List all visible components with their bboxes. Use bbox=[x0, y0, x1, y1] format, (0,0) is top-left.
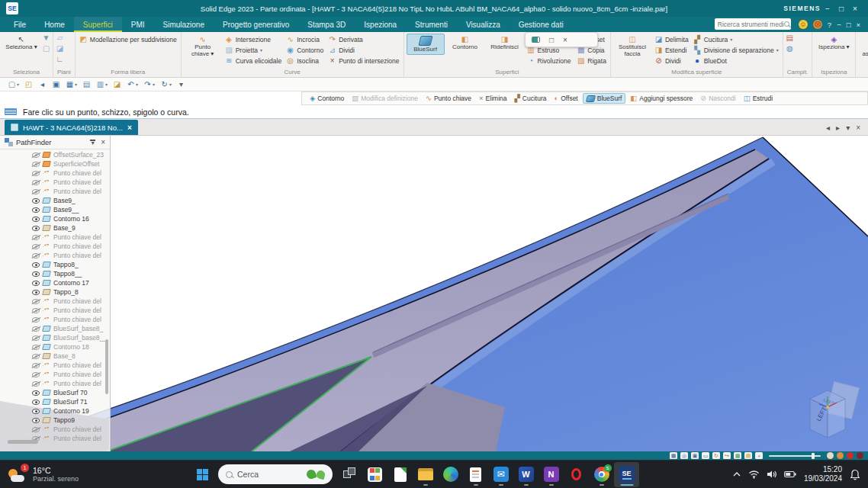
exit-button[interactable]: ◪ bbox=[113, 81, 121, 88]
tree-item-tappo-8-15[interactable]: Tappo_8 bbox=[0, 287, 110, 297]
record-indicator-icon[interactable] bbox=[532, 37, 540, 43]
restore-button[interactable]: □ bbox=[834, 5, 848, 13]
taskbar-app-onenote[interactable]: N bbox=[538, 462, 564, 487]
visibility-on-icon[interactable] bbox=[32, 390, 40, 396]
modellazione-per-suddivisione-button[interactable]: ◩Modellazione per suddivisione bbox=[78, 34, 178, 44]
menu-tab-progetto-generativo[interactable]: Progetto generativo bbox=[214, 17, 298, 32]
taskbar-app-store[interactable] bbox=[362, 462, 387, 487]
undo-button[interactable]: ↶▾ bbox=[127, 80, 138, 89]
tree-item-punto-chiave-del-9[interactable]: Punto chiave del bbox=[0, 233, 110, 242]
sostituisci-faccia-button[interactable]: ◫Sostituisci faccia bbox=[613, 34, 651, 59]
tree-item-contorno-16-7[interactable]: Contorno 16 bbox=[0, 214, 110, 223]
tree-item-contorno-19-28[interactable]: Contorno 19 bbox=[0, 406, 110, 416]
tree-item-punto-chiave-del-3[interactable]: Punto chiave del bbox=[0, 178, 110, 187]
aggiungi-spessore-command[interactable]: ◧Aggiungi spessore bbox=[627, 94, 696, 103]
tree-item-tappo8-13[interactable]: Tappo8__ bbox=[0, 269, 110, 278]
tree-item-punto-chiave-del-18[interactable]: Punto chiave del bbox=[0, 315, 110, 324]
visibility-off-icon[interactable] bbox=[32, 162, 40, 167]
tree-item-punto-chiave-del-25[interactable]: Punto chiave del bbox=[0, 379, 110, 388]
tree-item-offsetsurface-23-0[interactable]: OffsetSurface_23 bbox=[0, 150, 110, 159]
tree-item-punto-chiave-del-23[interactable]: Punto chiave del bbox=[0, 361, 110, 370]
tree-item-punto-chiave-del-16[interactable]: Punto chiave del bbox=[0, 297, 110, 306]
bluesurf-button[interactable]: BlueSurf bbox=[407, 34, 445, 55]
view-cube[interactable]: LEFT LEFT bbox=[810, 390, 845, 438]
taskbar-weather-widget[interactable]: 1 16°C Parzial. sereno bbox=[0, 466, 191, 483]
isoclina-button[interactable]: ◎Isoclina bbox=[285, 56, 325, 66]
new-document-button[interactable]: ▢▾ bbox=[8, 80, 19, 89]
menu-tab-gestione-dati[interactable]: Gestione dati bbox=[510, 17, 573, 32]
visibility-on-icon[interactable] bbox=[32, 400, 40, 405]
next-tab-button[interactable]: ▸ bbox=[836, 124, 840, 132]
visibility-off-icon[interactable] bbox=[32, 326, 40, 332]
tab-list-button[interactable]: ▾ bbox=[846, 124, 850, 132]
sheet-button[interactable]: ▤ bbox=[82, 81, 91, 88]
visibility-off-icon[interactable] bbox=[32, 381, 40, 387]
visibility-off-icon[interactable] bbox=[32, 354, 40, 359]
tree-item-tappo9-29[interactable]: Tappo9 bbox=[0, 416, 110, 425]
close-tab-button[interactable]: × bbox=[856, 124, 860, 132]
pathfinder-horizontal-scrollbar[interactable] bbox=[8, 440, 38, 444]
estendi-button[interactable]: ◨Estendi bbox=[653, 45, 690, 55]
taskbar-app-chrome[interactable]: S bbox=[589, 462, 614, 487]
start-button[interactable] bbox=[191, 463, 214, 486]
tree-item-punto-chiave-del-17[interactable]: Punto chiave del bbox=[0, 306, 110, 315]
restore-button[interactable]: □ bbox=[847, 21, 851, 29]
contorno-command[interactable]: ◈Contorno bbox=[307, 94, 347, 103]
estrudi-command[interactable]: ◫Estrudi bbox=[741, 94, 776, 103]
pathfinder-filter-icon[interactable]: ▼ bbox=[90, 140, 95, 146]
ispeziona-button[interactable]: ◈Ispeziona ▾ bbox=[815, 34, 853, 53]
close-button[interactable]: × bbox=[848, 5, 862, 13]
intersezione-button[interactable]: ◈Intersezione bbox=[223, 34, 283, 44]
window-layout-button[interactable]: ▦ bbox=[670, 452, 677, 459]
dividi-button[interactable]: ⊿Dividi bbox=[326, 45, 400, 55]
back-button[interactable]: ◂ bbox=[38, 81, 47, 88]
taskbar-app-word[interactable]: W bbox=[513, 462, 538, 487]
visibility-on-icon[interactable] bbox=[32, 207, 40, 213]
happy-face-icon[interactable]: ☺ bbox=[799, 20, 808, 29]
cucitura-button[interactable]: ▞Cucitura▾ bbox=[692, 34, 780, 44]
taskbar-app-edge[interactable] bbox=[438, 462, 463, 487]
style-orange-button[interactable] bbox=[837, 452, 844, 459]
visibility-off-icon[interactable] bbox=[32, 253, 40, 258]
dividi-button[interactable]: ⊘Dividi bbox=[653, 56, 690, 66]
minimize-button[interactable]: − bbox=[837, 21, 841, 29]
visibility-on-icon[interactable] bbox=[32, 418, 40, 423]
battery-icon[interactable] bbox=[784, 470, 796, 478]
tree-item-bluesurf-base8-19[interactable]: BlueSurf_base8_ bbox=[0, 324, 110, 333]
delimita-button[interactable]: ◪Delimita bbox=[653, 34, 690, 44]
menu-tab-strumenti[interactable]: Strumenti bbox=[406, 17, 457, 32]
taskbar-search[interactable]: Cerca bbox=[218, 464, 333, 484]
close-button[interactable]: × bbox=[856, 21, 860, 29]
visibility-off-icon[interactable] bbox=[32, 235, 40, 240]
zoom-area-button[interactable]: ▣ bbox=[691, 452, 699, 459]
command-search-input[interactable]: Ricerca strumenti medi bbox=[715, 18, 791, 30]
minimize-button[interactable]: − bbox=[821, 5, 834, 13]
taskbar-app-writer[interactable] bbox=[463, 462, 488, 487]
visibility-on-icon[interactable] bbox=[32, 290, 40, 295]
style-maroon-button[interactable] bbox=[857, 452, 863, 459]
view-styles-button[interactable]: ▩ bbox=[734, 452, 741, 459]
derivata-button[interactable]: ↷Derivata bbox=[326, 34, 400, 44]
visibility-off-icon[interactable] bbox=[32, 308, 40, 313]
tree-item-contorno-17-14[interactable]: Contorno 17 bbox=[0, 278, 110, 287]
tree-item-punto-chiave-del-10[interactable]: Punto chiave del bbox=[0, 242, 110, 251]
visibility-off-icon[interactable] bbox=[32, 244, 40, 249]
menu-tab-file[interactable]: File bbox=[5, 17, 35, 32]
menu-tab-home[interactable]: Home bbox=[35, 17, 74, 32]
rivoluzione-button[interactable]: ◔Rivoluzione bbox=[526, 56, 574, 66]
taskbar-app-mail[interactable]: ✉ bbox=[488, 462, 513, 487]
visibility-on-icon[interactable] bbox=[32, 262, 40, 268]
tree-item-superficieoffset-1[interactable]: SuperficieOffset bbox=[0, 159, 110, 169]
visibility-off-icon[interactable] bbox=[32, 299, 40, 304]
capture-close-button[interactable]: × bbox=[563, 36, 567, 44]
tree-item-punto-chiave-del-30[interactable]: Punto chiave del bbox=[0, 425, 110, 434]
tree-item-punto-chiave-del-4[interactable]: Punto chiave del bbox=[0, 187, 110, 196]
visibility-on-icon[interactable] bbox=[32, 226, 40, 231]
tree-item-punto-chiave-del-24[interactable]: Punto chiave del bbox=[0, 370, 110, 379]
visibility-on-icon[interactable] bbox=[32, 198, 40, 204]
offset-command[interactable]: ◐Offset bbox=[551, 94, 580, 103]
taskbar-clock[interactable]: 15:20 19/03/2024 bbox=[804, 465, 842, 483]
save-copy-button[interactable]: ▦▾ bbox=[66, 80, 77, 89]
quota-associativa-button[interactable]: ↯Quota associativa bbox=[858, 34, 868, 59]
elimina-command[interactable]: ×Elimina bbox=[476, 94, 510, 103]
